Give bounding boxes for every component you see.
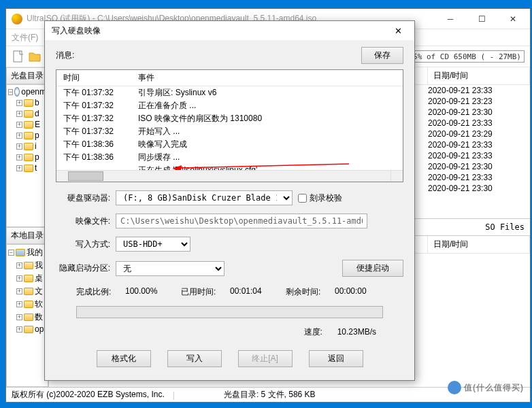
speed-value: 10.23MB/s: [337, 327, 376, 337]
horizontal-scrollbar[interactable]: [56, 170, 403, 182]
watermark: 值(什么值得买): [448, 381, 524, 394]
tree-item[interactable]: +桌: [8, 272, 46, 285]
local-dir-header: 本地目录: [6, 227, 48, 244]
log-row: 下午 01:37:32ISO 映像文件的扇区数为 1310080: [56, 112, 403, 125]
image-path-input: [116, 214, 367, 228]
tree-root[interactable]: −我的: [8, 246, 46, 259]
progress-bar: [76, 306, 383, 318]
abort-button: 终止[A]: [238, 350, 293, 367]
disc-tree[interactable]: −openm+b+d+E+p+i+p+t: [6, 84, 48, 227]
maximize-button[interactable]: ☐: [466, 10, 497, 29]
tree-item[interactable]: +t: [8, 163, 46, 173]
tree-root[interactable]: −openm: [8, 86, 46, 97]
local-tree[interactable]: −我的+我+桌+文+软+数+op: [6, 244, 48, 387]
pct-label: 完成比例:: [76, 286, 117, 298]
tree-item[interactable]: +i: [8, 141, 46, 152]
dialog-title: 写入硬盘映像: [52, 25, 388, 37]
disc-dir-header: 光盘目录: [6, 67, 48, 84]
save-button[interactable]: 保存: [361, 47, 403, 64]
image-label: 映像文件:: [56, 216, 110, 227]
dialog-titlebar: 写入硬盘映像 ✕: [45, 21, 414, 40]
tree-item[interactable]: +E: [8, 119, 46, 130]
svg-rect-0: [14, 51, 22, 62]
elapsed-label: 已用时间:: [181, 286, 222, 298]
copyright-text: 版权所有 (c)2002-2020 EZB Systems, Inc.: [12, 389, 165, 401]
log-row: 下午 01:37:32引导扇区: Syslinux v6: [56, 86, 403, 100]
log-row: 下午 01:38:36同步缓存 ...: [56, 151, 403, 164]
file-filter[interactable]: SO Files: [485, 222, 525, 232]
write-disk-image-dialog: 写入硬盘映像 ✕ 消息: 保存 时间 事件 下午 01:37:32引导扇区: S…: [44, 20, 415, 381]
minimize-button[interactable]: ─: [435, 10, 466, 29]
hide-boot-select[interactable]: 无: [116, 261, 225, 276]
method-label: 写入方式:: [56, 239, 110, 250]
hide-boot-label: 隐藏启动分区:: [56, 262, 110, 274]
dialog-close-button[interactable]: ✕: [388, 23, 408, 38]
tree-item[interactable]: +我: [8, 259, 46, 272]
drive-label: 硬盘驱动器:: [56, 192, 110, 204]
tree-item[interactable]: +软: [8, 298, 46, 311]
remain-value: 00:00:00: [335, 286, 382, 298]
log-row: 下午 01:37:32开始写入 ...: [56, 125, 403, 138]
quick-boot-button[interactable]: 便捷启动: [342, 260, 403, 277]
message-log[interactable]: 时间 事件 下午 01:37:32引导扇区: Syslinux v6下午 01:…: [56, 69, 403, 182]
log-row: 下午 01:37:32正在准备介质 ...: [56, 99, 403, 112]
open-icon[interactable]: [28, 50, 41, 63]
speed-label: 速度:: [304, 327, 322, 337]
tree-item[interactable]: +p: [8, 152, 46, 163]
write-method-select[interactable]: USB-HDD+: [116, 237, 190, 252]
tree-item[interactable]: +p: [8, 130, 46, 141]
verify-checkbox[interactable]: 刻录校验: [298, 192, 352, 204]
watermark-icon: [448, 381, 461, 394]
pct-value: 100.00%: [125, 286, 173, 298]
disk-usage-indicator: 5% of CD 650MB ( - 27MB): [410, 50, 525, 63]
write-button[interactable]: 写入: [167, 350, 222, 367]
message-label: 消息:: [56, 50, 97, 61]
tree-item[interactable]: +b: [8, 97, 46, 108]
remain-label: 剩余时间:: [286, 286, 327, 298]
new-icon[interactable]: [12, 50, 25, 63]
app-icon: [12, 14, 22, 24]
log-row: 下午 01:38:36映像写入完成: [56, 138, 403, 151]
tree-item[interactable]: +文: [8, 285, 46, 298]
tree-item[interactable]: +d: [8, 108, 46, 119]
tree-item[interactable]: +op: [8, 324, 46, 335]
tree-item[interactable]: +数: [8, 311, 46, 324]
menu-file[interactable]: 文件(F): [12, 32, 38, 44]
drive-select[interactable]: (F:, 8 GB)SanDisk Cruzer Blade 1.26: [116, 190, 293, 205]
status-info: 光盘目录: 5 文件, 586 KB: [224, 389, 316, 401]
elapsed-value: 00:01:04: [230, 286, 278, 298]
format-button[interactable]: 格式化: [97, 350, 151, 367]
close-button[interactable]: ✕: [497, 10, 529, 29]
return-button[interactable]: 返回: [309, 350, 363, 367]
